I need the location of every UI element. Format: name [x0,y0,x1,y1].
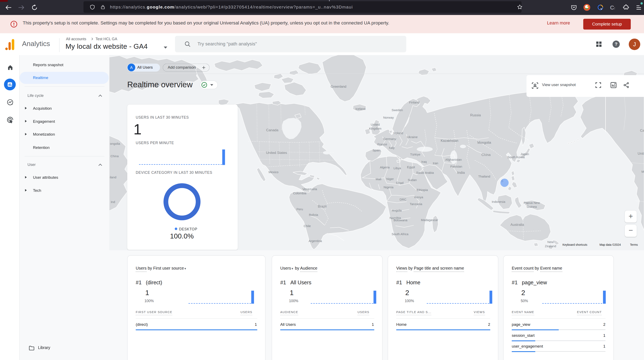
svg-text:New: New [548,240,554,244]
svg-text:Argentina: Argentina [309,239,322,243]
svg-text:Mexico: Mexico [268,170,278,174]
svg-text:Canada: Canada [266,128,278,132]
svg-text:Sudan: Sudan [408,178,417,182]
svg-text:Australia: Australia [510,223,524,227]
svg-text:Türkiye: Türkiye [410,153,420,156]
svg-text:iland: iland [110,175,116,179]
svg-text:DRC: DRC [400,198,406,201]
svg-text:Colombia: Colombia [293,192,306,195]
svg-text:ongolia: ongolia [110,142,120,145]
svg-text:Iraq: Iraq [421,160,427,163]
svg-text:Botswana: Botswana [394,218,408,222]
svg-text:Saudi Arabia: Saudi Arabia [416,171,434,174]
svg-text:Bolivia: Bolivia [309,213,318,217]
svg-text:M: M [642,170,644,173]
svg-text:Venezuela: Venezuela [302,187,317,191]
svg-text:France: France [378,142,387,146]
svg-text:Poland: Poland [393,131,403,135]
svg-text:Mali: Mali [376,177,381,181]
svg-text:Finland: Finland [409,101,419,104]
svg-text:Indonesia: Indonesia [492,200,506,204]
svg-text:Niger: Niger [386,177,394,181]
svg-text:Chad: Chad [396,181,404,185]
svg-text:Guinea: Guinea [527,205,537,208]
svg-text:Iran: Iran [433,161,438,165]
svg-text:South Korea: South Korea [507,155,525,159]
svg-text:Sweden: Sweden [392,108,403,112]
svg-text:Libya: Libya [394,166,401,170]
svg-text:Thailand: Thailand [478,174,490,178]
svg-text:China: China [482,153,491,157]
svg-text:Egypt: Egypt [407,165,415,169]
svg-text:Papua New: Papua New [524,201,540,205]
svg-text:Ca: Ca [640,129,644,132]
svg-text:Chile: Chile [304,224,311,228]
svg-text:Greenland: Greenland [330,85,346,88]
svg-text:Kenya: Kenya [414,195,423,199]
svg-text:Ind: Ind [111,200,115,204]
svg-text:Algeria: Algeria [380,165,390,169]
svg-text:Peru: Peru [296,207,303,211]
svg-text:Norway: Norway [383,116,394,119]
svg-text:United States: United States [266,151,287,155]
svg-text:Russia: Russia [470,113,481,117]
svg-text:Italy: Italy [389,146,394,149]
svg-text:India: India [457,171,465,174]
svg-text:Kazakhstan: Kazakhstan [440,139,458,142]
svg-text:Iceland: Iceland [356,107,366,111]
svg-text:China: China [110,154,119,158]
svg-text:Spain: Spain [372,148,380,152]
svg-text:Brazil: Brazil [318,205,327,208]
svg-text:Ukraine: Ukraine [407,135,418,139]
svg-text:Ethiopia: Ethiopia [416,188,428,192]
svg-text:Unit: Unit [638,152,644,155]
svg-text:Tanzania: Tanzania [410,202,422,206]
svg-text:Zealand: Zealand [545,244,556,248]
svg-text:Madagascar: Madagascar [421,218,438,222]
svg-text:Angola: Angola [392,209,402,212]
svg-text:Pakistan: Pakistan [450,165,462,168]
svg-text:Afghanistan: Afghanistan [445,158,462,161]
svg-text:Kingdom: Kingdom [369,127,382,130]
svg-text:South Africa: South Africa [392,232,408,236]
svg-text:Japan: Japan [520,152,529,156]
svg-text:United: United [371,123,380,126]
svg-text:Mongolia: Mongolia [478,141,491,144]
svg-text:Germany: Germany [384,137,396,141]
svg-text:Nigeria: Nigeria [384,186,394,189]
